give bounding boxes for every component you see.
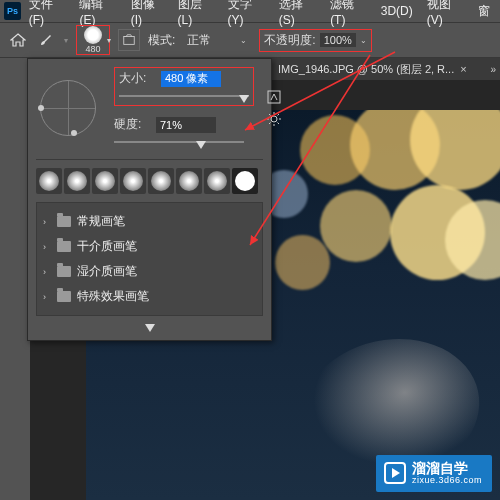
home-icon[interactable] (8, 30, 28, 50)
hardness-input[interactable] (156, 117, 216, 133)
close-icon[interactable]: × (460, 63, 466, 75)
brush-panel-toggle[interactable] (118, 29, 140, 51)
new-preset-icon[interactable] (266, 89, 282, 105)
menu-text[interactable]: 文字(Y) (222, 0, 271, 29)
menu-layer[interactable]: 图层(L) (172, 0, 220, 29)
resize-handle-icon[interactable] (145, 324, 155, 332)
app-logo: Ps (4, 2, 21, 20)
chevron-right-icon: › (43, 267, 51, 277)
brush-preset-picker[interactable]: 480 ▾ (76, 25, 110, 55)
folder-icon (57, 291, 71, 302)
size-label: 大小: (119, 70, 155, 87)
folder-icon (57, 241, 71, 252)
mode-value: 正常 (183, 30, 251, 51)
folder-label: 干介质画笔 (77, 238, 137, 255)
brush-thumb[interactable] (92, 168, 118, 194)
brush-size-label: 480 (85, 44, 100, 54)
tool-slot[interactable] (3, 62, 23, 82)
brush-folder[interactable]: › 干介质画笔 (41, 234, 258, 259)
brush-preview-icon (84, 26, 102, 44)
folder-label: 湿介质画笔 (77, 263, 137, 280)
menu-bar: Ps 文件(F) 编辑(E) 图像(I) 图层(L) 文字(Y) 选择(S) 滤… (0, 0, 500, 22)
bokeh-circle (320, 190, 392, 262)
watermark-logo-icon (384, 462, 406, 484)
menu-file[interactable]: 文件(F) (23, 0, 72, 29)
size-slider[interactable] (119, 89, 249, 103)
chevron-down-icon: ▾ (64, 36, 68, 45)
watermark: 溜溜自学 zixue.3d66.com (376, 455, 492, 492)
folder-label: 常规画笔 (77, 213, 125, 230)
brush-thumb[interactable] (64, 168, 90, 194)
svg-rect-1 (268, 91, 280, 103)
brush-angle-widget[interactable] (40, 80, 96, 136)
brush-thumb-selected[interactable] (232, 168, 258, 194)
chevron-right-icon: › (43, 217, 51, 227)
brush-thumb[interactable] (204, 168, 230, 194)
watermark-title: 溜溜自学 (412, 461, 482, 476)
brush-thumbnail-strip (36, 159, 263, 194)
brush-preset-panel: 大小: 硬度: (27, 58, 272, 341)
document-tab-bar: IMG_1946.JPG @ 50% (图层 2, R... × » (272, 58, 500, 80)
brush-folder[interactable]: › 湿介质画笔 (41, 259, 258, 284)
menu-3d[interactable]: 3D(D) (375, 2, 419, 20)
folder-icon (57, 216, 71, 227)
mode-dropdown[interactable]: 正常 ⌄ (183, 30, 251, 51)
menu-window[interactable]: 窗 (472, 1, 496, 22)
folder-label: 特殊效果画笔 (77, 288, 149, 305)
menu-image[interactable]: 图像(I) (125, 0, 170, 29)
toolbox (0, 58, 26, 86)
opacity-value[interactable]: 100% (320, 33, 356, 47)
folder-icon (57, 266, 71, 277)
chevron-right-icon: › (43, 292, 51, 302)
brush-thumb[interactable] (148, 168, 174, 194)
svg-point-2 (271, 116, 277, 122)
brush-folder[interactable]: › 特殊效果画笔 (41, 284, 258, 309)
brush-folder-list: › 常规画笔 › 干介质画笔 › 湿介质画笔 › 特殊效果画笔 (36, 202, 263, 316)
opacity-label: 不透明度: (264, 32, 315, 49)
menu-view[interactable]: 视图(V) (421, 0, 470, 29)
chevron-down-icon: ▾ (107, 36, 111, 45)
menu-select[interactable]: 选择(S) (273, 0, 322, 29)
brush-thumb[interactable] (120, 168, 146, 194)
document-tab-title[interactable]: IMG_1946.JPG @ 50% (图层 2, R... (278, 62, 454, 77)
mode-label: 模式: (148, 32, 175, 49)
hardness-slider[interactable] (114, 135, 244, 149)
size-input[interactable] (161, 71, 221, 87)
chevron-down-icon[interactable]: ⌄ (360, 36, 367, 45)
chevron-right-icon: › (43, 242, 51, 252)
brush-tool-icon[interactable] (36, 30, 56, 50)
bokeh-circle (275, 235, 330, 290)
hardness-label: 硬度: (114, 116, 150, 133)
menu-filter[interactable]: 滤镜(T) (324, 0, 373, 29)
svg-rect-0 (124, 37, 135, 45)
brush-thumb[interactable] (36, 168, 62, 194)
gear-icon[interactable] (266, 111, 282, 127)
watermark-url: zixue.3d66.com (412, 476, 482, 486)
opacity-group: 不透明度: 100% ⌄ (259, 29, 371, 52)
tab-overflow-icon[interactable]: » (490, 64, 496, 75)
brush-thumb[interactable] (176, 168, 202, 194)
brush-folder[interactable]: › 常规画笔 (41, 209, 258, 234)
